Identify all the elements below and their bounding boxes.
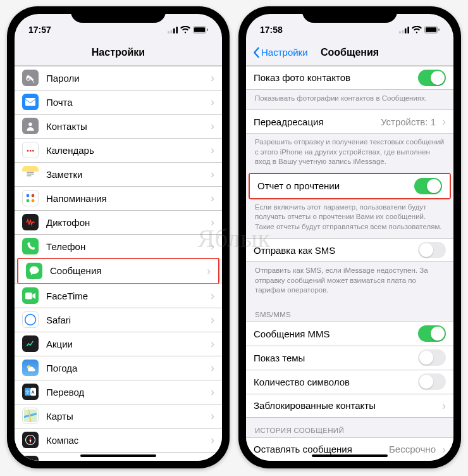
- row-label: Контакты: [46, 121, 208, 132]
- battery-icon: [193, 26, 208, 34]
- back-button[interactable]: Настройки: [252, 47, 308, 58]
- row-label: Погода: [46, 363, 208, 373]
- page-title: Сообщения: [321, 47, 379, 58]
- settings-row-phone[interactable]: Телефон›: [15, 234, 222, 258]
- svg-point-8: [28, 78, 29, 79]
- chevron-right-icon: ›: [211, 192, 214, 204]
- row-label: Телефон: [46, 241, 208, 252]
- svg-rect-41: [405, 28, 407, 33]
- nav-bar: Настройки Сообщения: [246, 39, 453, 66]
- toggle-show-contact-photos[interactable]: [418, 70, 446, 86]
- cellular-icon: [168, 27, 178, 34]
- toggle-show-subject[interactable]: [418, 349, 446, 366]
- phone-icon: [22, 238, 39, 254]
- section-header-message-history: ИСТОРИЯ СООБЩЕНИЙ: [246, 418, 453, 437]
- right-phone-frame: 17:58 Настройки Сообщения Показ фото кон…: [238, 6, 461, 468]
- settings-row-facetime[interactable]: FaceTime›: [15, 284, 222, 308]
- svg-rect-3: [176, 27, 178, 34]
- nav-bar: Настройки: [15, 39, 222, 66]
- chevron-right-icon: ›: [211, 120, 214, 132]
- row-character-count[interactable]: Количество символов: [246, 370, 453, 394]
- settings-row-voice[interactable]: Диктофон›: [15, 210, 222, 234]
- svg-rect-2: [173, 28, 175, 33]
- maps-icon: [22, 408, 39, 424]
- row-keep-messages[interactable]: Оставлять сообщения Бессрочно ›: [246, 437, 453, 461]
- settings-row-reminders[interactable]: Напоминания›: [15, 186, 222, 210]
- row-label: Компас: [46, 435, 208, 446]
- settings-row-mail[interactable]: Почта›: [15, 90, 222, 114]
- row-text-forwarding[interactable]: Переадресация Устройств: 1 ›: [246, 110, 453, 134]
- toggle-read-receipts[interactable]: [414, 178, 442, 194]
- chevron-right-icon: ›: [211, 386, 214, 398]
- row-read-receipts[interactable]: Отчет о прочтении: [250, 174, 450, 198]
- status-time: 17:58: [260, 25, 283, 35]
- settings-row-safari[interactable]: Safari›: [15, 308, 222, 332]
- toggle-send-as-sms[interactable]: [418, 242, 446, 258]
- home-indicator[interactable]: [312, 454, 388, 457]
- wifi-icon: [180, 26, 190, 34]
- settings-row-messages[interactable]: Сообщения›: [18, 259, 218, 283]
- svg-text:A: A: [32, 390, 35, 394]
- row-label: Safari: [46, 315, 208, 325]
- row-label: Диктофон: [46, 217, 208, 228]
- stocks-icon: [22, 335, 39, 352]
- status-icons: [399, 26, 440, 34]
- right-screen: 17:58 Настройки Сообщения Показ фото кон…: [246, 14, 453, 461]
- chevron-right-icon: ›: [211, 434, 214, 446]
- row-label: Показ фото контактов: [254, 72, 418, 83]
- chevron-right-icon: ›: [211, 338, 214, 349]
- status-icons: [168, 26, 208, 34]
- row-label: Оставлять сообщения: [254, 444, 389, 454]
- settings-list[interactable]: Пароли›Почта›Контакты›●●●Календарь›Замет…: [15, 66, 222, 461]
- weather-icon: [22, 360, 39, 376]
- mail-icon: [22, 94, 39, 110]
- battery-icon: [424, 26, 440, 34]
- row-label: Заметки: [46, 169, 208, 180]
- svg-rect-39: [399, 31, 401, 34]
- svg-rect-1: [170, 30, 172, 33]
- toggle-character-count[interactable]: [418, 373, 446, 390]
- footer-read-receipts: Если включить этот параметр, пользовател…: [246, 199, 453, 239]
- left-screen: 17:57 Настройки Пароли›Почта›Контакты›●●…: [15, 14, 222, 461]
- row-label: Отправка как SMS: [254, 245, 418, 256]
- notch: [71, 6, 166, 23]
- svg-rect-5: [194, 27, 205, 32]
- toggle-mms[interactable]: [418, 325, 446, 342]
- settings-row-calendar[interactable]: ●●●Календарь›: [15, 138, 222, 162]
- translate-icon: 文A: [22, 384, 39, 400]
- footer-text-forwarding: Разрешить отправку и получение текстовых…: [246, 134, 453, 173]
- highlight-read-receipts: Отчет о прочтении: [249, 173, 451, 199]
- settings-row-stocks[interactable]: Акции›: [15, 332, 222, 356]
- settings-row-translate[interactable]: 文AПеревод›: [15, 380, 222, 404]
- settings-row-weather[interactable]: Погода›: [15, 356, 222, 380]
- row-blocked-contacts[interactable]: Заблокированные контакты ›: [246, 394, 453, 418]
- settings-row-contacts[interactable]: Контакты›: [15, 114, 222, 138]
- messages-settings[interactable]: Показ фото контактов Показывать фотограф…: [246, 66, 453, 461]
- home-indicator[interactable]: [80, 454, 156, 457]
- chevron-right-icon: ›: [211, 72, 214, 84]
- row-show-contact-photos[interactable]: Показ фото контактов: [246, 66, 453, 90]
- chevron-right-icon: ›: [442, 444, 446, 455]
- row-send-as-sms[interactable]: Отправка как SMS: [246, 238, 453, 262]
- settings-row-passwords[interactable]: Пароли›: [15, 66, 222, 90]
- row-show-subject[interactable]: Показ темы: [246, 346, 453, 370]
- row-label: Карты: [46, 411, 208, 422]
- settings-row-maps[interactable]: Карты›: [15, 404, 222, 428]
- section-header-sms-mms: SMS/MMS: [246, 302, 453, 322]
- chevron-right-icon: ›: [211, 241, 214, 252]
- svg-point-10: [28, 122, 32, 126]
- footer-send-as-sms: Отправить как SMS, если iMessage недосту…: [246, 262, 453, 302]
- row-mms-messaging[interactable]: Сообщения MMS: [246, 322, 453, 346]
- row-label: Сообщения: [50, 265, 204, 276]
- settings-row-notes[interactable]: Заметки›: [15, 162, 222, 186]
- chevron-right-icon: ›: [211, 362, 214, 373]
- row-label: Почта: [46, 97, 208, 108]
- svg-marker-31: [30, 440, 32, 443]
- notch: [302, 6, 397, 23]
- reminders-icon: [22, 190, 39, 206]
- chevron-right-icon: ›: [211, 314, 214, 325]
- settings-row-compass[interactable]: Компас›: [15, 428, 222, 452]
- row-value: Устройств: 1: [381, 116, 436, 127]
- row-label: Переадресация: [254, 116, 381, 127]
- svg-text:文: 文: [25, 390, 30, 394]
